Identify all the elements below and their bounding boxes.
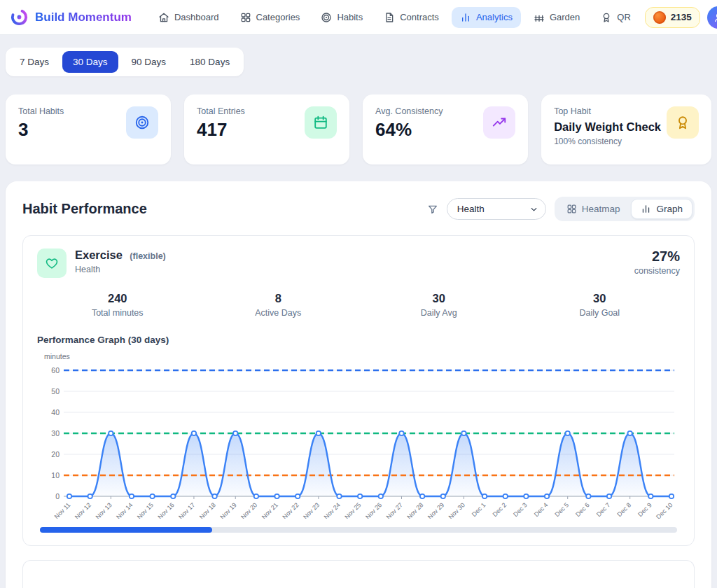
svg-text:10: 10: [51, 471, 60, 479]
svg-text:Nov 20: Nov 20: [239, 501, 258, 519]
stat-card-text: Top HabitDaily Weight Check100% consiste…: [554, 106, 661, 153]
stat-card-top-habit: Top HabitDaily Weight Check100% consiste…: [541, 94, 711, 164]
svg-text:Dec 9: Dec 9: [636, 501, 653, 518]
coin-count: 2135: [671, 12, 692, 22]
stat-card-icon-box: [305, 106, 337, 139]
stat-card-text: Total Entries417: [197, 106, 245, 153]
habit-category: Health: [75, 265, 166, 274]
filter-funnel-icon: [427, 204, 438, 215]
app-header: Build Momentum DashboardCategoriesHabits…: [0, 0, 717, 35]
nav-item-label: QR: [617, 12, 631, 22]
chart-scrollbar-thumb[interactable]: [40, 527, 212, 533]
stats-row: Total Habits3Total Entries417Avg. Consis…: [6, 94, 711, 164]
nav-item-label: Contracts: [400, 12, 439, 22]
range-button-180-days[interactable]: 180 Days: [179, 51, 240, 73]
svg-text:20: 20: [51, 450, 60, 458]
range-button-30-days[interactable]: 30 Days: [62, 51, 118, 73]
bar-chart-icon: [641, 204, 651, 214]
stat-card-value: Daily Weight Check: [554, 120, 661, 133]
stat-card-value: 417: [197, 120, 245, 140]
range-button-7-days[interactable]: 7 Days: [9, 51, 60, 73]
calendar-icon: [313, 115, 328, 130]
habit-stats-row: 240Total minutes8Active Days30Daily Avg3…: [37, 292, 680, 318]
stat-card-total-entries: Total Entries417: [184, 94, 349, 164]
category-filter-select[interactable]: Health: [447, 198, 546, 220]
svg-text:Dec 3: Dec 3: [512, 501, 529, 518]
medal-icon: [675, 115, 690, 130]
svg-text:Nov 14: Nov 14: [115, 501, 134, 519]
habit-icon-box: [37, 248, 67, 278]
svg-text:Nov 23: Nov 23: [302, 501, 321, 519]
svg-text:50: 50: [51, 387, 60, 396]
svg-text:minutes: minutes: [44, 352, 70, 360]
brand[interactable]: Build Momentum: [10, 8, 132, 27]
performance-chart: minutes0102030405060Nov 11Nov 12Nov 13No…: [37, 349, 680, 519]
stat-card-icon-box: [126, 106, 158, 139]
view-toggle-group: HeatmapGraph: [555, 197, 695, 221]
svg-text:Dec 8: Dec 8: [615, 501, 632, 518]
habit-stat-value: 30: [358, 292, 520, 305]
habit-card-header: Exercise (flexible) Health 27% consisten…: [37, 248, 680, 278]
habit-stat-label: Daily Goal: [520, 308, 681, 318]
nav-item-habits[interactable]: Habits: [312, 7, 371, 28]
heart-icon: [45, 256, 59, 270]
svg-text:Nov 13: Nov 13: [94, 501, 113, 519]
habit-performance-panel: Habit Performance Health HeatmapGraph: [6, 181, 711, 588]
habit-stat-value: 8: [198, 292, 359, 305]
svg-text:Nov 21: Nov 21: [260, 501, 279, 519]
svg-text:Nov 18: Nov 18: [198, 501, 217, 519]
nav-item-garden[interactable]: Garden: [525, 7, 588, 28]
habit-stat-daily-avg: 30Daily Avg: [358, 292, 520, 318]
nav-item-label: Habits: [337, 12, 363, 22]
habit-card-exercise: Exercise (flexible) Health 27% consisten…: [22, 235, 695, 546]
habit-consistency-block: 27% consistency: [634, 248, 680, 276]
coin-balance[interactable]: 2135: [645, 7, 700, 28]
habit-names: Exercise (flexible) Health: [75, 248, 166, 274]
nav-item-label: Categories: [256, 12, 300, 22]
range-button-90-days[interactable]: 90 Days: [121, 51, 177, 73]
nav-item-categories[interactable]: Categories: [232, 7, 309, 28]
medal-icon: [601, 12, 612, 23]
view-toggle-label: Heatmap: [582, 204, 620, 214]
header-right: 2135: [645, 6, 717, 29]
svg-text:30: 30: [51, 429, 60, 438]
svg-text:Nov 12: Nov 12: [74, 501, 92, 519]
stat-card-value: 3: [18, 120, 64, 140]
nav-item-qr[interactable]: QR: [592, 7, 639, 28]
fence-icon: [534, 12, 545, 23]
svg-text:Nov 26: Nov 26: [364, 501, 383, 519]
svg-text:40: 40: [51, 408, 60, 416]
view-toggle-heatmap[interactable]: Heatmap: [557, 199, 630, 219]
nav-item-contracts[interactable]: Contracts: [375, 7, 447, 28]
nav-item-label: Dashboard: [174, 12, 219, 22]
svg-text:Nov 15: Nov 15: [136, 501, 155, 519]
habit-stat-active-days: 8Active Days: [198, 292, 359, 318]
svg-text:Nov 16: Nov 16: [156, 501, 175, 519]
coin-icon: [653, 11, 666, 24]
user-avatar[interactable]: [707, 6, 717, 29]
habit-stat-total-minutes: 240Total minutes: [37, 292, 198, 318]
habit-type: (flexible): [130, 251, 165, 261]
category-filter: Health: [447, 198, 546, 220]
document-icon: [384, 12, 395, 23]
stat-card-label: Total Habits: [18, 106, 64, 116]
svg-text:Dec 5: Dec 5: [553, 501, 570, 518]
svg-text:0: 0: [55, 492, 60, 500]
page-content: 7 Days30 Days90 Days180 Days Total Habit…: [0, 35, 717, 588]
stat-card-label: Top Habit: [554, 106, 661, 116]
stat-card-label: Total Entries: [197, 106, 245, 116]
stat-card-label: Avg. Consistency: [375, 106, 443, 116]
svg-text:Nov 25: Nov 25: [343, 501, 362, 519]
chart-scrollbar[interactable]: [40, 527, 677, 533]
nav-item-label: Analytics: [476, 12, 513, 22]
view-toggle-graph[interactable]: Graph: [631, 199, 692, 219]
nav-item-analytics[interactable]: Analytics: [452, 7, 521, 28]
svg-text:Dec 10: Dec 10: [655, 501, 674, 519]
stat-card-total-habits: Total Habits3: [6, 94, 171, 164]
nav-item-dashboard[interactable]: Dashboard: [150, 7, 228, 28]
habit-consistency-label: consistency: [634, 266, 680, 276]
person-icon: [713, 12, 717, 23]
svg-text:Nov 17: Nov 17: [177, 501, 196, 519]
panel-controls: Health HeatmapGraph: [427, 197, 695, 221]
svg-text:60: 60: [51, 366, 60, 374]
